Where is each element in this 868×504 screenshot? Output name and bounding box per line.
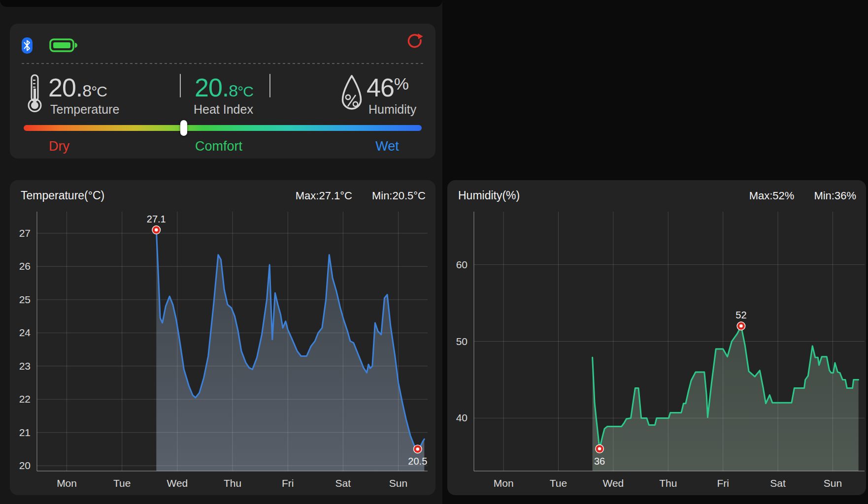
svg-text:27: 27 [19, 227, 31, 239]
refresh-icon [405, 32, 424, 51]
humidity-label: Humidity [368, 102, 416, 117]
comfort-scale-labels: Dry Comfort Wet [10, 139, 435, 156]
humidity-value: 46% [367, 75, 408, 100]
svg-text:50: 50 [456, 336, 467, 347]
marker-value-label: 52 [735, 310, 746, 320]
separator-bar [180, 74, 181, 97]
comfort-slider-thumb[interactable] [180, 120, 187, 136]
svg-text:Sat: Sat [770, 477, 786, 489]
svg-text:Fri: Fri [717, 477, 729, 489]
app-root: 20.8°C Temperature 20.8°C Heat Index 46%… [0, 0, 868, 504]
svg-text:21: 21 [19, 427, 31, 438]
comfort-slider-track[interactable] [24, 125, 422, 131]
svg-text:23: 23 [19, 360, 31, 372]
temperature-value: 20.8°C [48, 75, 107, 100]
previous-card-edge [0, 0, 442, 7]
temperature-int: 20. [48, 73, 82, 102]
temperature-label: Temperature [50, 102, 119, 117]
temperature-chart-card: Temperature(°C) Max:27.1°C Min:20.5°C 20… [10, 180, 435, 495]
marker-value-label: 36 [594, 456, 605, 467]
heat-index-unit: °C [237, 83, 253, 99]
svg-text:Thu: Thu [659, 477, 677, 489]
comfort-label: Comfort [195, 139, 242, 154]
area-fill [593, 326, 859, 471]
humidity-drop-icon [340, 74, 364, 115]
battery-full-icon [49, 38, 78, 54]
y-axis-labels: 405060 [456, 259, 467, 424]
marker-value-label: 20.5 [408, 456, 427, 467]
svg-text:26: 26 [19, 260, 31, 272]
svg-text:Sat: Sat [335, 477, 351, 489]
svg-text:40: 40 [456, 412, 467, 423]
sensor-summary-card: 20.8°C Temperature 20.8°C Heat Index 46%… [10, 24, 435, 158]
svg-text:Mon: Mon [494, 477, 514, 489]
svg-text:24: 24 [19, 327, 31, 338]
svg-text:Mon: Mon [57, 477, 77, 489]
humidity-chart-plot: 405060MonTueWedThuFriSatSun3652 [447, 180, 866, 495]
wet-label: Wet [375, 139, 399, 154]
svg-text:Sun: Sun [824, 477, 842, 489]
dotted-divider [22, 63, 424, 64]
svg-text:25: 25 [19, 294, 31, 305]
heat-index-value: 20.8°C [195, 75, 253, 100]
x-axis-labels: MonTueWedThuFriSatSun [57, 477, 407, 489]
dry-label: Dry [49, 139, 69, 154]
humidity-chart-card: Humidity(%) Max:52% Min:36% 405060MonTue… [447, 180, 866, 495]
svg-text:Fri: Fri [282, 477, 294, 489]
y-axis-labels: 2021222324252627 [19, 227, 31, 471]
thermometer-icon [27, 74, 43, 115]
area-fill [156, 230, 424, 471]
svg-text:Tue: Tue [550, 477, 567, 489]
bluetooth-icon [22, 37, 33, 56]
heat-index-dec: 8 [229, 81, 237, 100]
temperature-unit: °C [91, 83, 107, 99]
humidity-unit: % [394, 74, 408, 93]
svg-text:60: 60 [456, 259, 467, 270]
svg-text:Tue: Tue [113, 477, 131, 489]
marker-value-label: 27.1 [147, 214, 166, 224]
separator-bar [269, 74, 270, 97]
heat-index-int: 20. [195, 73, 229, 102]
svg-text:Thu: Thu [224, 477, 241, 489]
svg-text:Wed: Wed [167, 477, 188, 489]
temperature-dec: 8 [82, 81, 91, 100]
temperature-chart-plot: 2021222324252627MonTueWedThuFriSatSun27.… [10, 180, 435, 495]
svg-text:22: 22 [19, 393, 31, 405]
heat-index-label: Heat Index [194, 102, 253, 117]
x-axis-labels: MonTueWedThuFriSatSun [494, 477, 842, 489]
svg-text:Sun: Sun [389, 477, 407, 489]
humidity-int: 46 [367, 73, 394, 102]
svg-text:20: 20 [19, 460, 31, 471]
refresh-button[interactable] [405, 32, 425, 52]
svg-text:Wed: Wed [602, 477, 624, 489]
